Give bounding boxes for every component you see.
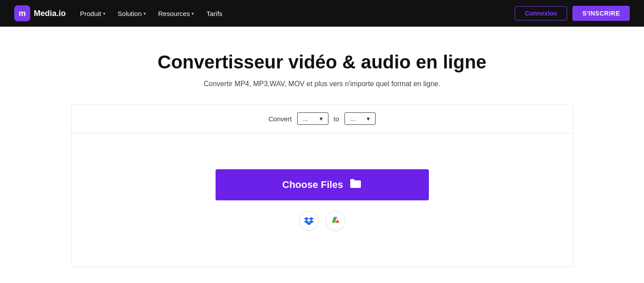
logo-text: Media.io <box>34 9 66 18</box>
logo[interactable]: m Media.io <box>14 5 66 21</box>
chevron-down-icon: ▾ <box>144 11 146 16</box>
navbar: m Media.io Produit ▾ Solution ▾ Resource… <box>0 0 644 27</box>
logo-icon: m <box>14 5 30 21</box>
nav-item-tarifs[interactable]: Tarifs <box>206 10 222 17</box>
convert-label: Convert <box>268 115 292 123</box>
dropbox-button[interactable] <box>299 211 319 231</box>
chevron-down-icon: ▾ <box>103 11 105 16</box>
converter-top-bar: Convert ... ▾ to ... ▾ <box>72 104 573 133</box>
converter-box: Convert ... ▾ to ... ▾ Choose Files <box>71 104 573 267</box>
hero-section: Convertisseur vidéo & audio en ligne Con… <box>0 27 644 104</box>
to-format-select[interactable]: ... ▾ <box>344 112 376 125</box>
chevron-down-icon: ▾ <box>192 11 194 16</box>
chevron-down-icon: ▾ <box>367 115 370 122</box>
cloud-icons <box>299 211 345 231</box>
connexion-button[interactable]: Connexion <box>515 6 567 20</box>
hero-title: Convertisseur vidéo & audio en ligne <box>9 52 635 73</box>
folder-icon <box>349 178 362 191</box>
to-label: to <box>334 115 340 123</box>
nav-item-resources[interactable]: Resources ▾ <box>158 10 194 17</box>
nav-item-solution[interactable]: Solution ▾ <box>118 10 146 17</box>
choose-files-label: Choose Files <box>282 179 343 191</box>
nav-items: Produit ▾ Solution ▾ Resources ▾ Tarifs <box>80 10 500 17</box>
drop-zone: Choose Files <box>72 133 573 267</box>
nav-actions: Connexion S'INSCRIRE <box>515 6 630 21</box>
hero-subtitle: Convertir MP4, MP3,WAV, MOV et plus vers… <box>9 80 635 88</box>
chevron-down-icon: ▾ <box>320 115 323 122</box>
inscrire-button[interactable]: S'INSCRIRE <box>572 6 630 21</box>
from-format-select[interactable]: ... ▾ <box>297 112 328 125</box>
choose-files-button[interactable]: Choose Files <box>216 169 429 200</box>
nav-item-produit[interactable]: Produit ▾ <box>80 10 105 17</box>
google-drive-button[interactable] <box>326 211 345 231</box>
